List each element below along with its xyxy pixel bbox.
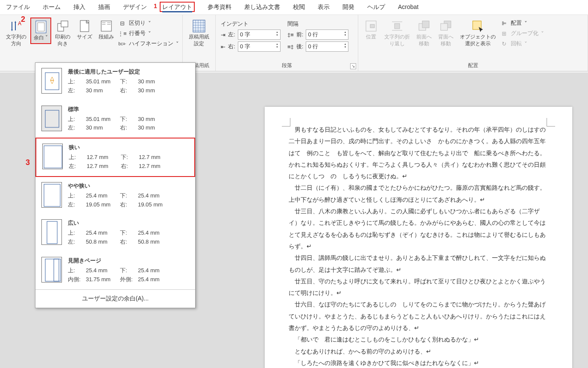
line-numbers-icon: ⋮≡ xyxy=(118,30,126,37)
breaks-icon: ⊟ xyxy=(118,20,126,26)
margin-thumb-icon xyxy=(41,68,62,71)
menu-developer[interactable]: 開発 xyxy=(340,2,357,13)
group-paragraph: インデント 間隔 ⇥左: 0 字▲▼ ‡≡前: 0 行▲▼ ⇤右: 0 字▲▼ … xyxy=(216,15,358,71)
manuscript-icon xyxy=(192,19,206,33)
wrap-icon xyxy=(390,19,404,33)
menu-review[interactable]: 校閲 xyxy=(290,2,307,13)
align-button[interactable]: ⊫配置 ˅ xyxy=(500,19,544,27)
margins-button[interactable]: 余白 ˅ xyxy=(30,18,51,44)
spacing-header: 間隔 xyxy=(287,20,353,28)
indent-right-input[interactable]: 0 字▲▼ xyxy=(238,41,281,52)
wrap-text-button: 文字列の折 り返し xyxy=(382,18,412,61)
position-icon xyxy=(364,19,378,33)
indent-left-input[interactable]: 0 字▲▼ xyxy=(238,29,281,40)
spacing-after-icon: ≡‡ xyxy=(287,44,294,50)
menu-acrobat[interactable]: Acrobat xyxy=(395,2,421,13)
menu-insert[interactable]: 挿入 xyxy=(71,2,88,13)
arrange-group-label: 配置 xyxy=(362,61,584,70)
manuscript-label: 原稿用紙 設定 xyxy=(189,34,209,47)
rotate-button: ↻回転 ˅ xyxy=(500,40,544,47)
indent-header: インデント xyxy=(221,20,285,28)
annotation-1: 1 xyxy=(151,1,160,11)
spacing-before-input[interactable]: 0 行▲▼ xyxy=(306,29,348,40)
svg-rect-20 xyxy=(441,24,448,30)
svg-rect-14 xyxy=(395,24,400,29)
indent-right-label: 右: xyxy=(228,43,235,50)
menubar: ファイル ホーム 挿入 描画 デザイン 1 レイアウト 参考資料 差し込み文書 … xyxy=(0,0,588,15)
spacing-before-label: 前: xyxy=(296,31,304,38)
spacing-before-icon: ‡≡ xyxy=(287,32,294,38)
bring-forward-button: 前面へ 移動 xyxy=(414,18,434,61)
margins-label: 余白 ˅ xyxy=(34,35,48,41)
annotation-2: 2 xyxy=(21,15,25,24)
align-icon: ⊫ xyxy=(500,20,508,26)
size-icon xyxy=(78,19,91,33)
group-icon: ⊞ xyxy=(500,30,508,37)
menu-draw[interactable]: 描画 xyxy=(96,2,113,13)
orientation-icon xyxy=(56,19,70,33)
menu-references[interactable]: 参考資料 xyxy=(205,2,234,13)
text-direction-button[interactable]: A 文字列の 方向 xyxy=(3,18,29,70)
hyphenation-icon: bca- xyxy=(118,40,126,47)
send-backward-button: 背面へ 移動 xyxy=(436,18,456,61)
rotate-icon: ↻ xyxy=(500,40,508,47)
group-objects-button: ⊞グループ化 ˅ xyxy=(500,29,544,37)
orientation-label: 印刷の 向き xyxy=(55,34,70,47)
bring-forward-icon xyxy=(417,19,431,33)
text-direction-label: 文字列の 方向 xyxy=(6,34,26,47)
columns-icon xyxy=(99,19,113,33)
menu-design[interactable]: デザイン xyxy=(120,2,149,13)
breaks-button[interactable]: ⊟区切り ˅ xyxy=(118,19,179,27)
paragraph-group-label: 段落 xyxy=(219,61,354,70)
menu-help[interactable]: ヘルプ xyxy=(365,2,388,13)
indent-right-icon: ⇤ xyxy=(221,44,225,50)
send-backward-icon xyxy=(439,19,453,33)
indent-left-label: 左: xyxy=(228,31,235,38)
manuscript-button[interactable]: 原稿用紙 設定 xyxy=(186,18,212,61)
selection-icon xyxy=(471,19,485,33)
svg-rect-4 xyxy=(61,21,68,27)
margins-icon xyxy=(34,20,48,34)
menu-layout[interactable]: レイアウト xyxy=(160,2,195,12)
margin-option-0[interactable]: 最後に適用したユーザー設定 上:35.01 mm下:30 mm 左:30 mm右… xyxy=(35,63,195,71)
paragraph-launcher[interactable]: ↘ xyxy=(350,63,356,69)
line-numbers-button[interactable]: ⋮≡行番号 ˅ xyxy=(118,29,179,37)
columns-label: 段組み xyxy=(99,34,114,41)
margin-option-name: 最後に適用したユーザー設定 xyxy=(68,68,189,71)
margins-dropdown: 最後に適用したユーザー設定 上:35.01 mm下:30 mm 左:30 mm右… xyxy=(35,62,196,71)
spacing-after-input[interactable]: 0 行▲▼ xyxy=(306,41,348,52)
group-arrange: 位置 文字列の折 り返し 前面へ 移動 背面へ 移動 オブジェクトの 選択と表示… xyxy=(358,15,588,71)
hyphenation-button[interactable]: bca-ハイフネーション ˅ xyxy=(118,40,179,47)
menu-home[interactable]: ホーム xyxy=(40,2,63,13)
menu-file[interactable]: ファイル xyxy=(3,2,32,13)
svg-rect-18 xyxy=(422,21,429,28)
svg-rect-13 xyxy=(370,24,374,28)
indent-left-icon: ⇥ xyxy=(221,32,225,38)
spacing-after-label: 後: xyxy=(296,43,304,50)
size-label: サイズ xyxy=(77,34,92,41)
position-button: 位置 xyxy=(362,18,380,61)
selection-pane-button[interactable]: オブジェクトの 選択と表示 xyxy=(457,18,498,61)
menu-view[interactable]: 表示 xyxy=(315,2,332,13)
menu-mailings[interactable]: 差し込み文書 xyxy=(242,2,283,13)
